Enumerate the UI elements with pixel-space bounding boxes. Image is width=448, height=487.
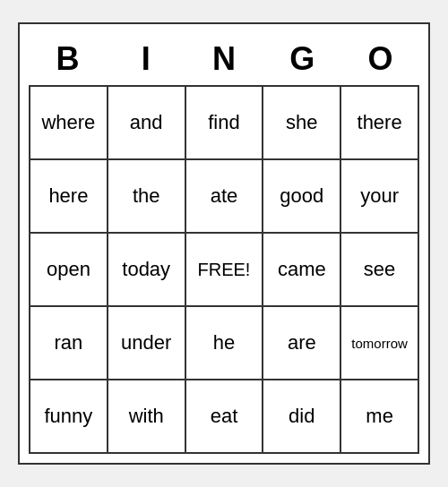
cell-2-2-free[interactable]: FREE! xyxy=(186,234,264,307)
cell-1-1[interactable]: the xyxy=(108,160,186,234)
cell-2-4[interactable]: see xyxy=(341,234,419,307)
bingo-grid: where and find she there here the ate go… xyxy=(29,85,419,454)
cell-4-0[interactable]: funny xyxy=(30,380,108,454)
cell-2-0[interactable]: open xyxy=(30,234,108,307)
cell-0-1[interactable]: and xyxy=(108,87,186,160)
cell-4-2[interactable]: eat xyxy=(186,380,264,454)
cell-1-3[interactable]: good xyxy=(263,160,341,234)
header-i: I xyxy=(107,33,185,85)
cell-3-3[interactable]: are xyxy=(263,307,341,380)
cell-0-3[interactable]: she xyxy=(263,87,341,160)
header-g: G xyxy=(263,33,341,85)
cell-2-1[interactable]: today xyxy=(108,234,186,307)
cell-4-1[interactable]: with xyxy=(108,380,186,454)
bingo-card: B I N G O where and find she there here … xyxy=(18,22,430,465)
cell-3-0[interactable]: ran xyxy=(30,307,108,380)
cell-1-4[interactable]: your xyxy=(341,160,419,234)
cell-2-3[interactable]: came xyxy=(263,234,341,307)
cell-3-1[interactable]: under xyxy=(108,307,186,380)
cell-1-2[interactable]: ate xyxy=(186,160,264,234)
header-o: O xyxy=(341,33,419,85)
cell-0-2[interactable]: find xyxy=(186,87,264,160)
cell-0-4[interactable]: there xyxy=(341,87,419,160)
cell-3-4[interactable]: tomorrow xyxy=(341,307,419,380)
header-b: B xyxy=(29,33,107,85)
cell-3-2[interactable]: he xyxy=(186,307,264,380)
cell-1-0[interactable]: here xyxy=(30,160,108,234)
bingo-header: B I N G O xyxy=(29,33,419,85)
cell-4-4[interactable]: me xyxy=(341,380,419,454)
header-n: N xyxy=(185,33,263,85)
cell-0-0[interactable]: where xyxy=(30,87,108,160)
cell-4-3[interactable]: did xyxy=(263,380,341,454)
